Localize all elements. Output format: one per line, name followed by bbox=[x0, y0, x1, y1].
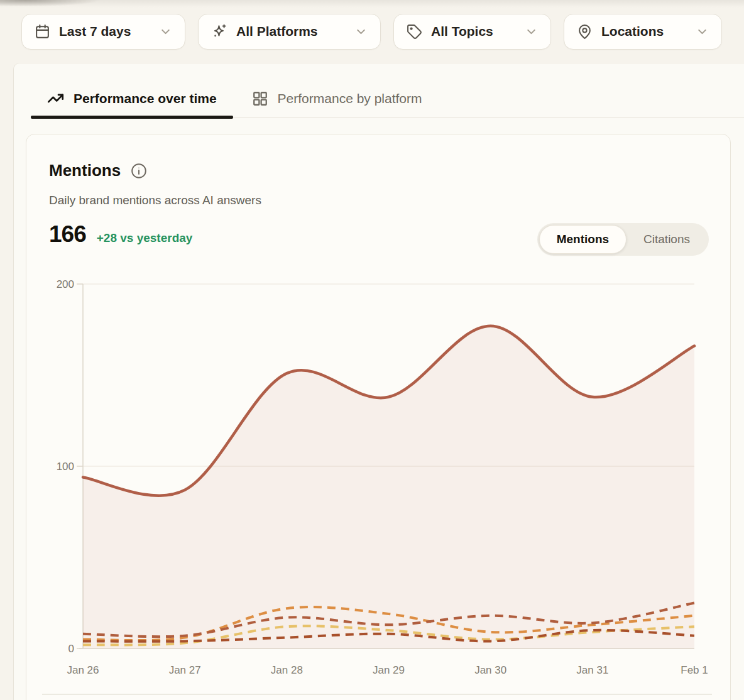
info-icon[interactable] bbox=[131, 163, 147, 179]
chevron-down-icon bbox=[696, 25, 709, 38]
svg-text:Jan 28: Jan 28 bbox=[271, 664, 303, 676]
topics-filter-label: All Topics bbox=[431, 24, 493, 39]
toggle-option-citations[interactable]: Citations bbox=[626, 225, 707, 254]
locations-filter-label: Locations bbox=[601, 24, 664, 39]
toggle-option-mentions[interactable]: Mentions bbox=[539, 225, 626, 254]
svg-text:Jan 29: Jan 29 bbox=[373, 664, 405, 676]
calendar-icon bbox=[35, 24, 50, 40]
svg-text:200: 200 bbox=[57, 278, 74, 290]
stat-row: 166 +28 vs yesterday bbox=[49, 221, 192, 248]
metric-toggle: Mentions Citations bbox=[537, 223, 709, 256]
card-subtitle: Daily brand mentions across AI answers bbox=[49, 194, 261, 207]
tab-label: Performance over time bbox=[74, 91, 217, 106]
svg-text:Feb 1: Feb 1 bbox=[681, 664, 708, 676]
mentions-chart-area: 0100200Jan 26Jan 27Jan 28Jan 29Jan 30Jan… bbox=[26, 271, 731, 700]
svg-text:Jan 31: Jan 31 bbox=[576, 664, 608, 676]
svg-text:Jan 30: Jan 30 bbox=[474, 664, 506, 676]
svg-text:0: 0 bbox=[68, 643, 74, 655]
platforms-filter-button[interactable]: All Platforms bbox=[198, 14, 381, 50]
chevron-down-icon bbox=[354, 25, 368, 38]
card-title: Mentions bbox=[49, 161, 121, 180]
tab-bar: Performance over time Performance by pla… bbox=[31, 80, 744, 118]
mentions-card: Mentions Daily brand mentions across AI … bbox=[26, 134, 731, 700]
topics-filter-button[interactable]: All Topics bbox=[393, 14, 551, 50]
filter-bar: Last 7 days All Platforms All Topics Loc… bbox=[0, 0, 744, 63]
tab-performance-by-platform[interactable]: Performance by platform bbox=[236, 80, 439, 117]
stat-delta: +28 vs yesterday bbox=[97, 231, 193, 245]
locations-filter-button[interactable]: Locations bbox=[564, 14, 722, 50]
sparkles-icon bbox=[211, 23, 227, 40]
tag-icon bbox=[407, 24, 422, 40]
svg-text:100: 100 bbox=[57, 461, 74, 473]
content-panel: Performance over time Performance by pla… bbox=[13, 63, 744, 700]
platforms-filter-label: All Platforms bbox=[236, 24, 318, 39]
date-range-filter-label: Last 7 days bbox=[59, 24, 131, 39]
svg-text:Jan 27: Jan 27 bbox=[169, 664, 201, 676]
chevron-down-icon bbox=[159, 25, 172, 38]
svg-text:Jan 26: Jan 26 bbox=[67, 664, 99, 676]
date-range-filter-button[interactable]: Last 7 days bbox=[21, 14, 185, 50]
chevron-down-icon bbox=[525, 25, 538, 38]
tab-label: Performance by platform bbox=[278, 91, 422, 106]
location-pin-icon bbox=[577, 24, 593, 40]
trending-up-icon bbox=[47, 90, 64, 107]
grid-icon bbox=[252, 90, 268, 107]
stat-value: 166 bbox=[49, 221, 86, 248]
card-section-divider bbox=[42, 694, 712, 695]
tab-performance-over-time[interactable]: Performance over time bbox=[31, 80, 233, 117]
mentions-chart: 0100200Jan 26Jan 27Jan 28Jan 29Jan 30Jan… bbox=[26, 271, 731, 700]
